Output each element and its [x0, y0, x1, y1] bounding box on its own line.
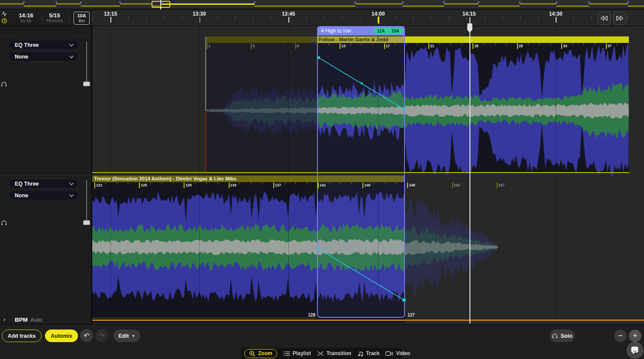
zoom-in-button[interactable]: +: [629, 330, 641, 342]
zoom-out-button[interactable]: −: [614, 330, 627, 342]
ruler-tick: [306, 17, 307, 20]
overview-track-segment: [589, 3, 628, 4]
headphones-icon[interactable]: [1, 220, 7, 226]
fade-out-automation-line[interactable]: [319, 249, 404, 300]
overview-track-segment: [81, 6, 120, 7]
overview-track-segment: [557, 6, 589, 7]
support-chat-button[interactable]: [627, 342, 643, 359]
overview-track-segment: [403, 6, 444, 7]
effect-value: None: [15, 193, 28, 199]
tab-transition[interactable]: Transition: [317, 350, 351, 356]
tab-zoom[interactable]: Zoom: [244, 349, 277, 358]
sidebar-info-bar: 14:16 51:55 5/15 TRACKS 10A Bm: [0, 10, 92, 26]
automation-handle[interactable]: [318, 248, 320, 250]
ruler-time-label: 14:30: [549, 11, 563, 17]
chevron-down-icon: [69, 55, 74, 59]
clock-icon: [1, 18, 7, 24]
key-scale: Bm: [74, 19, 89, 23]
overview-transition-dot: [23, 1, 25, 3]
ruler-time-label: 14:15: [463, 11, 476, 17]
ruler-tick: [413, 17, 414, 20]
add-tracks-button[interactable]: Add tracks: [2, 330, 42, 342]
automation-handle[interactable]: [317, 56, 320, 59]
playhead-line: [469, 17, 470, 323]
chevron-down-icon: [69, 194, 74, 197]
tab-video-label: Video: [396, 350, 410, 356]
overview-track-segment: [479, 6, 520, 7]
overview-transition-dot: [119, 1, 121, 3]
overview-track-segment: [255, 6, 355, 7]
solo-label: Solo: [560, 333, 572, 339]
ruler-tick: [253, 17, 253, 20]
ruler-tick: [235, 17, 236, 20]
key-badge[interactable]: 10A Bm: [74, 12, 90, 25]
volume-fader-handle[interactable]: [83, 220, 90, 225]
overview-track-segment: [24, 6, 56, 7]
ruler-tick: [93, 17, 93, 20]
ruler-tick: [502, 17, 503, 20]
effect-dropdown[interactable]: None: [9, 190, 79, 200]
ruler-tick: [342, 17, 343, 20]
automix-button[interactable]: Automix: [45, 330, 78, 342]
ruler-tick: [431, 17, 431, 20]
eq-preset-dropdown[interactable]: EQ Three: [9, 40, 79, 50]
rewind-button[interactable]: [598, 12, 611, 25]
tab-video[interactable]: Video: [385, 350, 410, 356]
overview-transition-dot: [478, 1, 479, 3]
ruler-tick: [146, 17, 146, 20]
tracks-count: 5/15: [42, 12, 68, 19]
redo-button[interactable]: ↷: [95, 329, 108, 342]
divider: [68, 13, 69, 24]
ruler-tick: [573, 17, 574, 20]
ruler-tick: [627, 17, 628, 20]
edit-menu-button[interactable]: Edit▼: [113, 330, 140, 342]
tab-playlist-label: Playlist: [293, 350, 311, 356]
fast-forward-button[interactable]: [613, 12, 626, 25]
overview-transition-dot: [556, 1, 557, 3]
headphones-icon[interactable]: [1, 82, 7, 87]
bpm-row[interactable]: › BPM Auto: [0, 316, 92, 324]
bpm-mode-value[interactable]: Auto: [30, 317, 42, 323]
tab-track[interactable]: Track: [357, 350, 379, 356]
cue-marker: [378, 16, 379, 24]
overview-transition-dot: [402, 1, 404, 3]
volume-fader[interactable]: [86, 180, 87, 225]
overview-transition-dot: [588, 1, 590, 3]
ruler-tick: [395, 17, 396, 20]
tab-playlist[interactable]: Playlist: [283, 350, 311, 356]
time-ruler[interactable]: 13:1513:3013:4514:0014:1514:30: [92, 10, 644, 26]
divider: [0, 36, 92, 37]
overview-transition-dot: [254, 1, 256, 3]
playlist-icon: [283, 351, 290, 356]
solo-button[interactable]: Solo: [550, 330, 575, 342]
eq-preset-dropdown[interactable]: EQ Three: [9, 179, 79, 189]
volume-fader[interactable]: [86, 42, 87, 86]
timeline-overview-minimap[interactable]: [0, 0, 644, 10]
undo-button[interactable]: ↶: [80, 329, 93, 342]
ruler-tick: [110, 17, 111, 23]
tab-zoom-label: Zoom: [258, 350, 272, 356]
volume-fader-handle[interactable]: [83, 82, 90, 86]
mix-total-time: 51:55: [13, 19, 39, 23]
ruler-tick: [520, 17, 521, 20]
overview-transition-dot: [354, 1, 356, 3]
bpm-row-label: BPM: [15, 317, 28, 323]
effect-dropdown[interactable]: None: [9, 52, 79, 62]
ruler-time-label: 13:15: [104, 11, 117, 17]
automation-layer[interactable]: [92, 26, 644, 324]
ruler-tick: [200, 17, 201, 23]
expand-chevron-icon[interactable]: ›: [3, 316, 5, 323]
zoom-magnifier-icon: [249, 350, 256, 357]
chevron-down-icon: [69, 183, 74, 186]
ruler-tick: [128, 17, 129, 20]
overview-track-segment: [162, 3, 255, 5]
overview-track-segment: [0, 3, 24, 4]
automation-midpoint-handle[interactable]: [361, 82, 363, 85]
ruler-tick: [288, 17, 289, 23]
tab-transition-label: Transition: [327, 350, 351, 356]
crossfade-icon: [317, 351, 324, 356]
fast-forward-icon: [615, 15, 624, 21]
ruler-time-label: 14:00: [372, 11, 385, 17]
automation-handle[interactable]: [403, 108, 405, 111]
automation-end-handle[interactable]: [402, 298, 406, 302]
